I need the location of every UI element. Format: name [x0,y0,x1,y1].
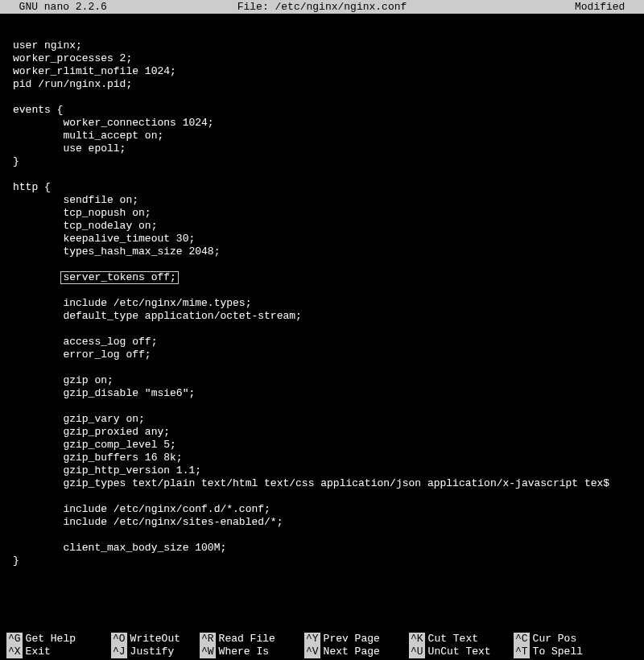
shortcut-label: UnCut Text [428,646,491,658]
shortcut-item: ^RRead File [200,633,304,646]
editor-line[interactable] [13,91,631,104]
editor-line[interactable]: error_log off; [13,349,631,361]
file-path: File: /etc/nginx/nginx.conf [237,1,407,14]
editor-line[interactable]: gzip_vary on; [13,413,631,426]
editor-line[interactable] [13,529,631,542]
shortcut-key: ^Y [304,633,320,646]
editor-line[interactable]: http { [13,181,631,194]
shortcut-item: ^VNext Page [304,646,409,658]
shortcut-key: ^V [304,646,320,658]
shortcut-label: Cut Text [428,633,478,646]
shortcut-label: Where Is [219,646,269,658]
shortcut-item: ^OWriteOut [111,633,200,646]
shortcut-label: Prev Page [324,633,380,646]
shortcut-label: Justify [130,646,175,658]
editor-line[interactable]: server_tokens off; [13,271,631,284]
shortcut-key: ^U [409,646,425,658]
shortcut-label: Cur Pos [533,633,577,646]
editor-line[interactable]: include /etc/nginx/sites-enabled/*; [13,516,631,529]
shortcut-key: ^T [514,646,530,658]
editor-line[interactable]: access_log off; [13,336,631,349]
shortcut-label: Get Help [26,633,76,646]
shortcut-label: Next Page [324,646,380,658]
editor-line[interactable]: worker_connections 1024; [13,117,631,130]
editor-line[interactable]: events { [13,104,631,117]
shortcut-item: ^WWhere Is [200,646,304,658]
app-name-version: GNU nano 2.2.6 [6,1,107,13]
editor-line[interactable] [13,168,631,181]
editor-line[interactable]: gzip_disable "msie6"; [13,387,631,400]
editor-line[interactable]: gzip_buffers 16 8k; [13,452,631,464]
shortcut-item: ^GGet Help [6,633,111,646]
shortcut-item: ^YPrev Page [304,633,409,646]
editor-line[interactable] [13,27,631,39]
shortcut-key: ^G [6,633,23,646]
shortcut-key: ^J [111,646,127,658]
selected-text[interactable]: server_tokens off; [60,271,178,284]
shortcut-footer: ^GGet Help^OWriteOut^RRead File^YPrev Pa… [0,633,644,658]
editor-line[interactable]: tcp_nodelay on; [13,220,631,233]
editor-line[interactable]: sendfile on; [13,194,631,207]
shortcut-row-2: ^XExit^JJustify^WWhere Is^VNext Page^UUn… [6,646,638,658]
shortcut-label: Exit [26,646,51,658]
editor-line[interactable]: pid /run/nginx.pid; [13,78,631,91]
editor-line[interactable]: gzip_http_version 1.1; [13,464,631,477]
shortcut-row-1: ^GGet Help^OWriteOut^RRead File^YPrev Pa… [6,633,638,646]
editor-line[interactable]: } [13,155,631,168]
editor-area[interactable]: user nginx;worker_processes 2;worker_rli… [0,14,644,567]
editor-line[interactable]: tcp_nopush on; [13,207,631,220]
editor-line[interactable]: client_max_body_size 100M; [13,542,631,555]
shortcut-label: To Spell [533,646,583,658]
titlebar: GNU nano 2.2.6 File: /etc/nginx/nginx.co… [0,0,644,14]
shortcut-key: ^K [409,633,425,646]
shortcut-key: ^O [111,633,127,646]
shortcut-item: ^XExit [6,646,111,658]
shortcut-key: ^C [514,633,530,646]
shortcut-item: ^CCur Pos [514,633,618,646]
shortcut-item: ^KCut Text [409,633,514,646]
editor-line[interactable]: include /etc/nginx/conf.d/*.conf; [13,503,631,516]
editor-line[interactable]: } [13,555,631,567]
shortcut-key: ^W [200,646,216,658]
editor-line[interactable]: include /etc/nginx/mime.types; [13,297,631,310]
editor-line[interactable] [13,400,631,413]
shortcut-label: Read File [219,633,275,646]
modified-status: Modified [575,1,638,13]
editor-line[interactable] [13,361,631,374]
editor-line[interactable]: use epoll; [13,142,631,155]
editor-line[interactable] [13,284,631,297]
editor-line[interactable]: gzip_comp_level 5; [13,439,631,452]
editor-line[interactable] [13,323,631,336]
editor-line[interactable]: user nginx; [13,39,631,52]
editor-line[interactable]: gzip on; [13,374,631,387]
editor-line[interactable] [13,490,631,503]
editor-line[interactable]: default_type application/octet-stream; [13,310,631,323]
editor-line[interactable]: gzip_types text/plain text/html text/css… [13,477,631,490]
editor-line[interactable]: keepalive_timeout 30; [13,233,631,245]
shortcut-key: ^X [6,646,23,658]
shortcut-key: ^R [200,633,216,646]
editor-line[interactable]: worker_rlimit_nofile 1024; [13,65,631,78]
shortcut-item: ^UUnCut Text [409,646,514,658]
editor-line[interactable]: gzip_proxied any; [13,426,631,439]
editor-line[interactable]: multi_accept on; [13,130,631,142]
editor-line[interactable] [13,258,631,271]
shortcut-item: ^JJustify [111,646,200,658]
editor-line[interactable]: worker_processes 2; [13,52,631,65]
shortcut-label: WriteOut [130,633,180,646]
editor-line[interactable]: types_hash_max_size 2048; [13,245,631,258]
shortcut-item: ^TTo Spell [514,646,618,658]
